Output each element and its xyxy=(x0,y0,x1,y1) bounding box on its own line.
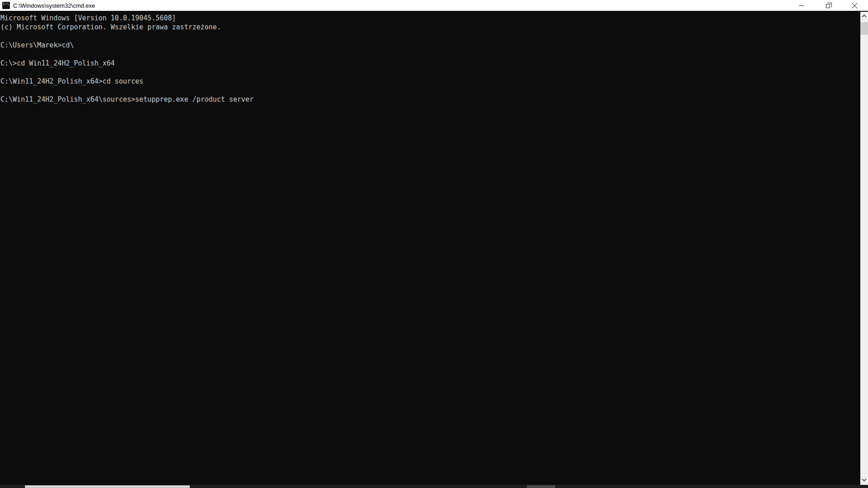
minimize-icon xyxy=(799,5,804,6)
vertical-scrollbar[interactable] xyxy=(860,12,868,485)
terminal-line xyxy=(0,32,860,41)
close-button[interactable] xyxy=(841,0,868,11)
terminal-line xyxy=(0,68,860,77)
bottom-bar-gray-segment xyxy=(527,485,555,488)
terminal-output[interactable]: Microsoft Windows [Version 10.0.19045.56… xyxy=(0,12,860,485)
chevron-up-icon xyxy=(862,14,867,19)
chevron-down-icon xyxy=(862,477,867,482)
horizontal-scrollbar[interactable] xyxy=(0,485,868,488)
terminal-line: C:\Users\Marek>cd\ xyxy=(0,41,860,50)
restore-button[interactable] xyxy=(815,0,841,11)
terminal-line xyxy=(0,50,860,59)
restore-icon xyxy=(826,4,830,8)
terminal-line: Microsoft Windows [Version 10.0.19045.56… xyxy=(0,14,860,23)
terminal-line: (c) Microsoft Corporation. Wszelkie praw… xyxy=(0,23,860,32)
terminal-line: C:\>cd Win11_24H2_Polish_x64 xyxy=(0,59,860,68)
close-icon xyxy=(851,2,858,9)
window-title: C:\Windows\system32\cmd.exe xyxy=(13,2,95,9)
vertical-scrollbar-thumb[interactable] xyxy=(860,22,868,35)
terminal-line: C:\Win11_24H2_Polish_x64\sources>setuppr… xyxy=(0,95,860,104)
terminal-line xyxy=(0,86,860,95)
terminal-line: C:\Win11_24H2_Polish_x64>cd sources xyxy=(0,77,860,86)
cmd-prompt-icon: C:\_ xyxy=(2,2,10,9)
titlebar[interactable]: C:\_ C:\Windows\system32\cmd.exe xyxy=(0,0,868,11)
minimize-button[interactable] xyxy=(788,0,815,11)
window-controls xyxy=(788,0,868,11)
scroll-up-button[interactable] xyxy=(860,12,868,20)
horizontal-scrollbar-thumb[interactable] xyxy=(25,485,190,488)
scroll-down-button[interactable] xyxy=(860,477,868,484)
